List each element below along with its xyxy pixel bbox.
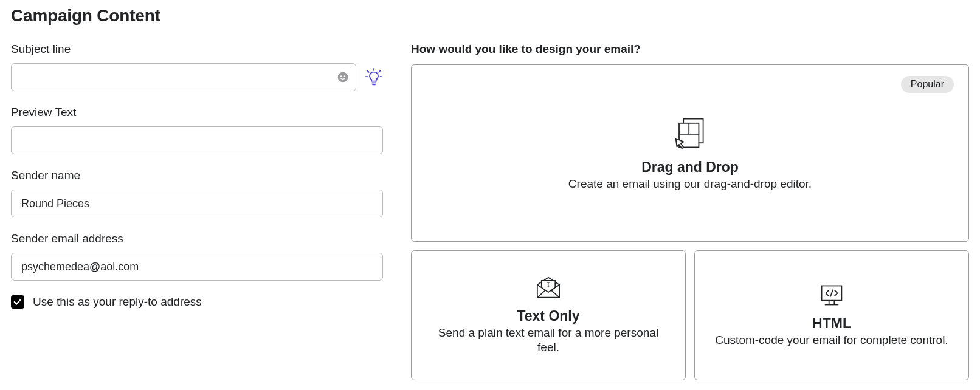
preview-text-input[interactable] (11, 126, 383, 154)
sender-email-input[interactable] (11, 253, 383, 281)
reply-to-label: Use this as your reply-to address (33, 295, 202, 309)
svg-point-0 (338, 72, 348, 83)
svg-point-1 (340, 75, 342, 77)
emoji-icon[interactable] (337, 71, 349, 83)
html-card[interactable]: HTML Custom-code your email for complete… (694, 250, 969, 380)
lightbulb-idea-icon[interactable] (365, 68, 383, 86)
html-title: HTML (812, 315, 851, 332)
sender-name-label: Sender name (11, 169, 383, 182)
subject-line-label: Subject line (11, 43, 383, 56)
text-only-title: Text Only (517, 308, 579, 324)
page-title: Campaign Content (11, 6, 969, 26)
preview-text-label: Preview Text (11, 106, 383, 119)
html-code-icon (818, 284, 845, 307)
drag-drop-title: Drag and Drop (641, 159, 739, 176)
text-only-desc: Send a plain text email for a more perso… (429, 326, 668, 355)
svg-point-2 (344, 75, 345, 77)
drag-drop-desc: Create an email using our drag-and-drop … (568, 177, 812, 191)
design-prompt-label: How would you like to design your email? (411, 43, 969, 56)
html-desc: Custom-code your email for complete cont… (715, 333, 948, 347)
drag-and-drop-card[interactable]: Popular Drag and Drop Create an email us… (411, 64, 969, 242)
svg-line-19 (830, 290, 832, 296)
sender-email-label: Sender email address (11, 232, 383, 245)
svg-line-5 (379, 71, 380, 72)
drag-drop-icon (674, 115, 706, 151)
text-only-card[interactable]: T Text Only Send a plain text email for … (411, 250, 686, 380)
svg-text:T: T (547, 281, 551, 288)
text-only-icon: T (535, 276, 562, 299)
svg-line-4 (368, 71, 369, 72)
reply-to-checkbox[interactable] (11, 295, 24, 309)
subject-line-input[interactable] (11, 63, 356, 91)
sender-name-input[interactable] (11, 190, 383, 217)
popular-badge: Popular (901, 76, 954, 93)
